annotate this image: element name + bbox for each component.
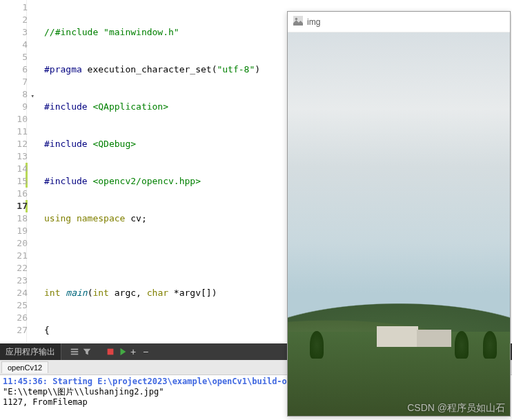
svg-rect-1: [71, 351, 79, 352]
image-content: [288, 32, 510, 416]
output-tab[interactable]: openCv12: [1, 361, 48, 373]
watermark: CSDN @程序员如山石: [407, 402, 505, 414]
image-window-title: img: [307, 17, 320, 27]
svg-point-5: [295, 18, 298, 21]
svg-rect-3: [108, 349, 114, 355]
output-panel-title: 应用程序输出: [0, 343, 61, 360]
line-gutter: 1 2 3 4 5 6 7 8▾ 9 10 11 12 13 14 15 16 …: [0, 0, 33, 343]
add-icon[interactable]: +: [130, 347, 140, 357]
fold-icon[interactable]: ▾: [31, 90, 35, 102]
app-icon: [293, 16, 303, 28]
stop-icon[interactable]: [106, 347, 115, 357]
image-window[interactable]: img: [287, 11, 511, 417]
svg-rect-0: [71, 349, 79, 350]
settings-icon[interactable]: [70, 347, 79, 357]
image-window-titlebar[interactable]: img: [288, 12, 510, 32]
filter-icon[interactable]: [82, 347, 92, 357]
svg-rect-2: [71, 354, 79, 355]
remove-icon[interactable]: −: [143, 347, 152, 357]
run-icon[interactable]: [118, 347, 128, 357]
